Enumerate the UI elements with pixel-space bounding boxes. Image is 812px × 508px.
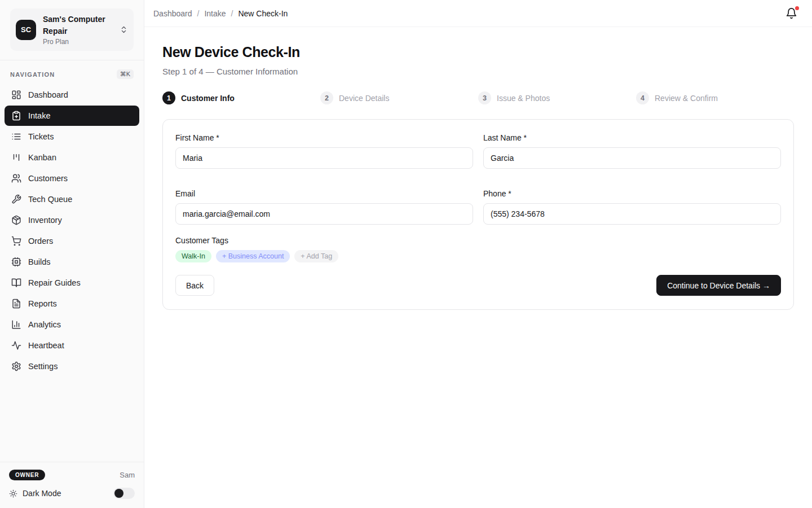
step-label: Customer Info	[181, 94, 235, 103]
email-label: Email	[175, 189, 473, 199]
sidebar-item-tech-queue[interactable]: Tech Queue	[5, 189, 139, 209]
step-number: 2	[320, 91, 333, 104]
sidebar-nav: Dashboard Intake Tickets Kanban Customer…	[0, 85, 144, 377]
sidebar-item-customers[interactable]: Customers	[5, 168, 139, 189]
sidebar-footer: OWNER Sam Dark Mode	[0, 462, 144, 508]
phone-input[interactable]	[483, 203, 781, 225]
last-name-label: Last Name *	[483, 133, 781, 143]
gear-icon	[11, 361, 21, 371]
workspace-plan: Pro Plan	[43, 38, 113, 46]
user-name: Sam	[120, 471, 135, 479]
first-name-field-group: First Name *	[175, 133, 473, 169]
step-label: Issue & Photos	[497, 94, 550, 103]
sidebar-item-label: Builds	[28, 257, 51, 266]
bar-chart-icon	[11, 319, 21, 330]
layout-dashboard-icon	[11, 90, 21, 100]
step-label: Review & Confirm	[655, 94, 718, 103]
chevrons-up-down-icon	[120, 25, 128, 34]
breadcrumb-dashboard[interactable]: Dashboard	[153, 9, 192, 18]
sidebar-item-repair-guides[interactable]: Repair Guides	[5, 273, 139, 293]
first-name-input[interactable]	[175, 147, 473, 169]
page-title: New Device Check-In	[162, 44, 794, 60]
users-icon	[11, 173, 21, 183]
step-label: Device Details	[339, 94, 389, 103]
sidebar-item-inventory[interactable]: Inventory	[5, 210, 139, 230]
sidebar-item-label: Orders	[28, 237, 53, 246]
step-issue-photos[interactable]: 3 Issue & Photos	[478, 91, 636, 104]
email-input[interactable]	[175, 203, 473, 225]
sidebar-item-label: Analytics	[28, 320, 61, 329]
continue-button[interactable]: Continue to Device Details →	[656, 275, 781, 296]
first-name-label: First Name *	[175, 133, 473, 143]
sun-icon	[9, 489, 17, 498]
sidebar-item-label: Heartbeat	[28, 341, 64, 350]
last-name-field-group: Last Name *	[483, 133, 781, 169]
breadcrumb: Dashboard / Intake / New Check-In	[153, 9, 288, 18]
sidebar-item-label: Repair Guides	[28, 278, 81, 287]
sidebar: SC Sam's Computer Repair Pro Plan NAVIGA…	[0, 0, 144, 508]
top-bar: Dashboard / Intake / New Check-In	[144, 0, 812, 27]
step-device-details[interactable]: 2 Device Details	[320, 91, 478, 104]
dark-mode-toggle[interactable]	[113, 488, 135, 499]
workspace-switcher[interactable]: SC Sam's Computer Repair Pro Plan	[10, 8, 134, 51]
step-indicator: 1 Customer Info 2 Device Details 3 Issue…	[162, 91, 794, 104]
notification-dot	[795, 6, 799, 10]
command-k-shortcut-badge: ⌘K	[117, 69, 134, 79]
role-badge: OWNER	[9, 470, 45, 480]
sidebar-item-kanban[interactable]: Kanban	[5, 147, 139, 168]
workspace-avatar: SC	[16, 20, 36, 40]
page-content: New Device Check-In Step 1 of 4 — Custom…	[144, 27, 812, 310]
clipboard-plus-icon	[11, 111, 21, 121]
sidebar-item-tickets[interactable]: Tickets	[5, 126, 139, 147]
sidebar-item-label: Tickets	[28, 132, 54, 141]
customer-info-card: First Name * Last Name * Email Phone *	[162, 119, 794, 310]
step-number: 3	[478, 91, 491, 104]
last-name-input[interactable]	[483, 147, 781, 169]
sidebar-item-label: Dashboard	[28, 90, 68, 99]
step-number: 1	[162, 91, 175, 104]
sidebar-item-reports[interactable]: Reports	[5, 294, 139, 314]
package-icon	[11, 215, 21, 225]
shopping-cart-icon	[11, 236, 21, 246]
notifications-button[interactable]	[784, 6, 798, 20]
breadcrumb-intake[interactable]: Intake	[204, 9, 226, 18]
sidebar-item-orders[interactable]: Orders	[5, 231, 139, 251]
phone-field-group: Phone *	[483, 189, 781, 225]
step-number: 4	[636, 91, 649, 104]
breadcrumb-separator: /	[197, 9, 200, 18]
sidebar-item-label: Tech Queue	[28, 195, 72, 204]
book-open-icon	[11, 278, 21, 288]
page-subtitle: Step 1 of 4 — Customer Information	[162, 67, 794, 76]
sidebar-item-label: Reports	[28, 299, 57, 308]
breadcrumb-separator: /	[231, 9, 233, 18]
workspace-name: Sam's Computer Repair	[43, 14, 113, 37]
sidebar-item-heartbeat[interactable]: Heartbeat	[5, 335, 139, 356]
cpu-icon	[11, 257, 21, 267]
phone-label: Phone *	[483, 189, 781, 199]
kanban-icon	[11, 152, 21, 163]
step-review-confirm[interactable]: 4 Review & Confirm	[636, 91, 794, 104]
add-tag-button[interactable]: + Add Tag	[294, 250, 338, 262]
back-button[interactable]: Back	[175, 275, 214, 296]
step-customer-info[interactable]: 1 Customer Info	[162, 91, 320, 104]
navigation-section-label: NAVIGATION	[10, 71, 55, 78]
customer-tags-section: Customer Tags Walk-In + Business Account…	[175, 236, 781, 262]
tag-walk-in[interactable]: Walk-In	[175, 250, 211, 262]
sidebar-item-label: Settings	[28, 362, 58, 371]
sidebar-item-analytics[interactable]: Analytics	[5, 314, 139, 335]
file-text-icon	[11, 299, 21, 309]
sidebar-item-intake[interactable]: Intake	[5, 106, 139, 126]
sidebar-item-label: Kanban	[28, 153, 56, 162]
toggle-knob	[114, 489, 123, 498]
sidebar-item-dashboard[interactable]: Dashboard	[5, 85, 139, 105]
sidebar-item-label: Customers	[28, 174, 68, 183]
email-field-group: Email	[175, 189, 473, 225]
sidebar-item-settings[interactable]: Settings	[5, 356, 139, 376]
activity-icon	[11, 340, 21, 351]
list-icon	[11, 132, 21, 142]
sidebar-item-builds[interactable]: Builds	[5, 252, 139, 272]
breadcrumb-current: New Check-In	[238, 9, 288, 18]
wrench-icon	[11, 194, 21, 204]
dark-mode-label: Dark Mode	[23, 489, 61, 498]
tag-add-business-account[interactable]: + Business Account	[216, 250, 290, 262]
